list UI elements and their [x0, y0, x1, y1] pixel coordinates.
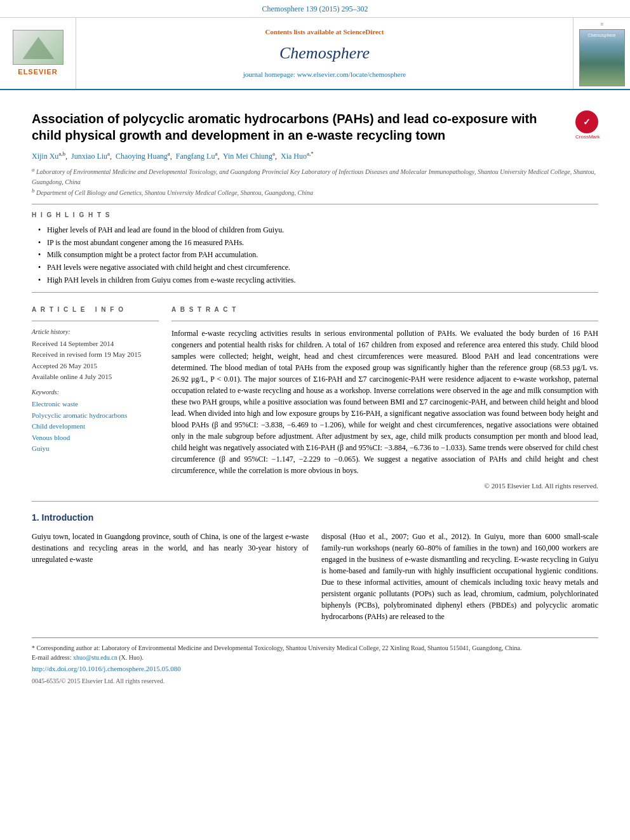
introduction-section: 1. Introduction Guiyu town, located in G… [32, 512, 598, 627]
affil-mark-3: a [168, 150, 170, 157]
article-title-area: ✓ CrossMark Association of polycyclic ar… [32, 110, 598, 143]
intro-col-left: Guiyu town, located in Guangdong provinc… [32, 531, 309, 627]
crossmark-label: CrossMark [575, 133, 598, 140]
highlight-item-1: Higher levels of PAH and lead are found … [38, 225, 598, 236]
divider-2 [32, 292, 598, 293]
revised-date: Received in revised form 19 May 2015 [32, 350, 159, 359]
intro-para-2: disposal (Huo et al., 2007; Guo et al., … [321, 531, 598, 622]
footnote-area: * Corresponding author at: Laboratory of… [32, 637, 598, 686]
highlights-list: Higher levels of PAH and lead are found … [38, 225, 598, 286]
author-3: Chaoying Huang [116, 152, 168, 161]
highlights-header: H I G H L I G H T S [32, 211, 598, 220]
author-6: Xia Huo [281, 152, 307, 161]
elsevier-graphic [13, 30, 64, 65]
highlight-item-5: High PAH levels in children from Guiyu c… [38, 275, 598, 286]
article-title: Association of polycyclic aromatic hydro… [32, 110, 598, 143]
affiliation-b: b Department of Cell Biology and Genetic… [32, 187, 598, 197]
available-date: Available online 4 July 2015 [32, 372, 159, 382]
journal-header-center: Contents lists available at ScienceDirec… [76, 18, 573, 90]
divider-3 [32, 321, 159, 321]
article-info-column: A R T I C L E I N F O Article history: R… [32, 299, 159, 491]
keywords-section: Keywords: Electronic waste Polycyclic ar… [32, 388, 159, 453]
affil-mark-5: a [272, 150, 275, 157]
crossmark-icon: ✓ [575, 110, 598, 133]
elsevier-logo-area: ELSEVIER [0, 18, 76, 90]
author-1: Xijin Xu [32, 152, 58, 161]
elsevier-text: ELSEVIER [18, 67, 57, 77]
issn-line: 0045-6535/© 2015 Elsevier Ltd. All right… [32, 676, 598, 686]
main-content: ✓ CrossMark Association of polycyclic ar… [0, 90, 630, 696]
accepted-date: Accepted 26 May 2015 [32, 361, 159, 371]
info-abstract-area: A R T I C L E I N F O Article history: R… [32, 299, 598, 491]
affil-mark-1: a,b [58, 150, 65, 157]
sciencedirect-link: Contents lists available at ScienceDirec… [265, 27, 384, 37]
article-history: Article history: Received 14 September 2… [32, 328, 159, 382]
crossmark-badge: ✓ CrossMark [575, 110, 598, 133]
keyword-1: Electronic waste [32, 399, 159, 409]
article-history-label: Article history: [32, 328, 159, 337]
keyword-3: Child development [32, 422, 159, 431]
abstract-header: A B S T R A C T [171, 305, 598, 314]
author-5: Yin Mei Chiung [223, 152, 272, 161]
journal-reference: Chemosphere 139 (2015) 295–302 [0, 0, 630, 18]
highlight-item-4: PAH levels were negative associated with… [38, 262, 598, 273]
elsevier-logo: ELSEVIER [13, 30, 64, 77]
doi-links: http://dx.doi.org/10.1016/j.chemosphere.… [32, 663, 598, 674]
divider-5 [32, 501, 598, 502]
abstract-column: A B S T R A C T Informal e-waste recycli… [171, 299, 598, 491]
divider-1 [32, 204, 598, 204]
journal-cover-area: ≡ [573, 18, 630, 90]
abstract-copyright: © 2015 Elsevier Ltd. All rights reserved… [171, 481, 598, 491]
journal-title: Chemosphere [279, 42, 370, 65]
author-4: Fangfang Lu [176, 152, 215, 161]
intro-columns: Guiyu town, located in Guangdong provinc… [32, 531, 598, 627]
received-date: Received 14 September 2014 [32, 339, 159, 349]
intro-col-right: disposal (Huo et al., 2007; Guo et al., … [321, 531, 598, 627]
author-2: Junxiao Liu [71, 152, 107, 161]
authors-line: Xijin Xua,b, Junxiao Liua, Chaoying Huan… [32, 150, 598, 162]
highlight-item-2: IP is the most abundant congener among t… [38, 237, 598, 248]
intro-para-1: Guiyu town, located in Guangdong provinc… [32, 531, 309, 565]
affiliation-a: a Laboratory of Environmental Medicine a… [32, 166, 598, 186]
divider-4 [171, 321, 598, 321]
intro-heading: 1. Introduction [32, 512, 598, 524]
abstract-text: Informal e-waste recycling activities re… [171, 328, 598, 476]
journal-homepage: journal homepage: www.elsevier.com/locat… [243, 70, 406, 79]
journal-header: ELSEVIER Contents lists available at Sci… [0, 18, 630, 91]
cover-label: ≡ [600, 20, 603, 29]
affil-mark-6: a,* [307, 150, 314, 157]
footnote-star: * Corresponding author at: Laboratory of… [32, 643, 598, 653]
affil-mark-4: a [215, 150, 217, 157]
footnote-email: E-mail address: xhuo@stu.edu.cn (X. Huo)… [32, 653, 598, 662]
keyword-2: Polycyclic aromatic hydrocarbons [32, 411, 159, 420]
highlight-item-3: Milk consumption might be a protect fact… [38, 250, 598, 260]
affil-mark-2: a [107, 150, 110, 157]
article-info-header: A R T I C L E I N F O [32, 305, 159, 314]
journal-cover-image [579, 29, 625, 86]
keyword-5: Guiyu [32, 444, 159, 453]
keywords-label: Keywords: [32, 388, 159, 397]
doi-link-1: http://dx.doi.org/10.1016/j.chemosphere.… [32, 663, 598, 674]
affiliations-block: a Laboratory of Environmental Medicine a… [32, 166, 598, 197]
keyword-4: Venous blood [32, 433, 159, 443]
